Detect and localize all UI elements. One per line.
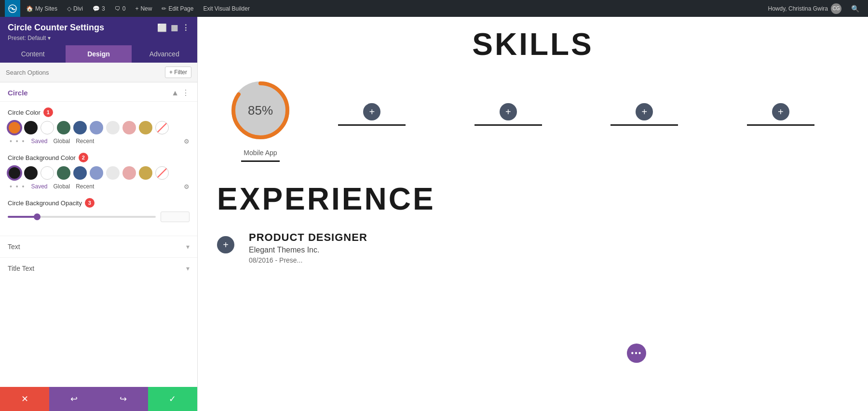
add-col-3: +	[576, 77, 713, 126]
bg-global-tag[interactable]: Global	[54, 183, 70, 190]
swatch-orange[interactable]	[8, 121, 21, 134]
saved-tag[interactable]: Saved	[31, 138, 47, 145]
text-section-collapsed[interactable]: Text ▾	[0, 236, 197, 257]
sidebar-toolbar: ✕ ↩ ↪ ✓	[0, 387, 197, 411]
swatch-dark-blue[interactable]	[73, 121, 87, 134]
bg-recent-tag[interactable]: Recent	[76, 183, 94, 190]
add-button-3[interactable]: +	[636, 103, 653, 120]
collapse-icon[interactable]: ▲	[171, 89, 179, 97]
text-section-label: Text	[8, 243, 20, 251]
circle-svg-wrap: 85%	[227, 77, 294, 144]
add-button-1[interactable]: +	[363, 103, 380, 120]
settings-sidebar: Circle Counter Settings ⬜ ▦ ⋮ Preset: De…	[0, 17, 198, 411]
tab-content[interactable]: Content	[0, 45, 66, 63]
experience-date: 08/2016 - Prese...	[249, 256, 849, 264]
add-button-2[interactable]: +	[500, 103, 517, 120]
opacity-slider-fill	[8, 216, 37, 218]
cancel-button[interactable]: ✕	[0, 387, 49, 411]
new-menu[interactable]: + New	[131, 0, 156, 17]
circle-color-swatches	[8, 121, 190, 134]
circle-bg-color-label: Circle Background Color 2	[8, 153, 190, 162]
undo-icon: ↩	[70, 394, 78, 404]
section-controls: ▲ ⋮	[171, 88, 190, 97]
circle-percent: 85%	[248, 103, 273, 118]
sidebar-title-icons: ⬜ ▦ ⋮	[157, 23, 190, 32]
tab-advanced[interactable]: Advanced	[132, 45, 197, 63]
more-colors-icon[interactable]: • • •	[10, 137, 25, 145]
experience-row: + PRODUCT DESIGNER Elegant Themes Inc. 0…	[217, 231, 849, 264]
comments-menu[interactable]: 💬 3	[89, 0, 109, 17]
skills-row: 85% Mobile App + + +	[217, 77, 849, 162]
circle-label: Mobile App	[244, 149, 277, 157]
bg-swatch-black[interactable]	[8, 166, 21, 180]
floating-more-button[interactable]: •••	[627, 344, 646, 363]
grid-icon[interactable]: ▦	[171, 23, 178, 32]
recent-tag[interactable]: Recent	[76, 138, 94, 145]
swatch-light-pink[interactable]	[122, 121, 136, 134]
title-text-section-collapsed[interactable]: Title Text ▾	[0, 257, 197, 279]
circle-bg-color-swatches	[8, 166, 190, 180]
search-input[interactable]	[6, 69, 165, 76]
opacity-value-input[interactable]: 0.2	[161, 212, 190, 222]
exit-builder-menu[interactable]: Exit Visual Builder	[199, 0, 254, 17]
bg-swatch-gold[interactable]	[139, 166, 152, 180]
more-icon[interactable]: ⋮	[182, 23, 190, 32]
circle-color-label: Circle Color 1	[8, 107, 190, 117]
circle-section-header: Circle ▲ ⋮	[0, 82, 197, 102]
bg-swatch-periwinkle[interactable]	[90, 166, 103, 180]
section-menu-icon[interactable]: ⋮	[182, 88, 190, 97]
bg-swatch-black2[interactable]	[24, 166, 38, 180]
bg-swatch-none[interactable]	[155, 166, 169, 180]
window-icon[interactable]: ⬜	[157, 23, 167, 32]
divi-menu[interactable]: ◇ Divi	[63, 0, 87, 17]
circle-underline	[241, 160, 280, 162]
bg-swatch-dark-green[interactable]	[57, 166, 70, 180]
svg-point-1	[12, 8, 14, 10]
swatch-white[interactable]	[41, 121, 54, 134]
swatch-gold[interactable]	[139, 121, 152, 134]
user-menu[interactable]: Howdy, Christina Gwira CG	[764, 3, 845, 14]
my-sites-menu[interactable]: 🏠 My Sites	[22, 0, 61, 17]
swatch-periwinkle[interactable]	[90, 121, 103, 134]
circle-counter: 85% Mobile App	[217, 77, 304, 162]
company-name: Elegant Themes Inc.	[249, 246, 849, 254]
bg-settings-gear-icon[interactable]: ⚙	[184, 183, 190, 190]
undo-button[interactable]: ↩	[49, 387, 98, 411]
swatch-light-gray[interactable]	[106, 121, 120, 134]
tab-design[interactable]: Design	[66, 45, 131, 63]
comment-count-menu[interactable]: 🗨 0	[111, 0, 130, 17]
swatch-dark-green[interactable]	[57, 121, 70, 134]
my-sites-label: My Sites	[35, 5, 57, 12]
circle-bg-color-badge: 2	[79, 153, 88, 162]
opacity-slider-container: 0.2	[8, 212, 190, 222]
swatch-none[interactable]	[155, 121, 169, 134]
wp-logo-icon[interactable]	[5, 0, 20, 17]
preset-selector[interactable]: Preset: Default ▾	[8, 35, 190, 41]
edit-page-menu[interactable]: ✏ Edit Page	[158, 0, 197, 17]
comment-icon: 💬	[93, 5, 100, 12]
save-button[interactable]: ✓	[148, 387, 197, 411]
bg-swatch-white[interactable]	[41, 166, 54, 180]
add-col-1: +	[304, 77, 440, 126]
experience-add-button[interactable]: +	[217, 236, 234, 253]
bg-swatch-light-pink[interactable]	[122, 166, 136, 180]
add-divider-1	[338, 124, 406, 126]
opacity-slider-thumb[interactable]	[34, 213, 41, 220]
settings-gear-icon[interactable]: ⚙	[184, 138, 190, 145]
cancel-icon: ✕	[21, 394, 28, 404]
sidebar-tabs: Content Design Advanced	[0, 45, 197, 63]
bg-swatch-light-gray[interactable]	[106, 166, 120, 180]
bg-saved-tag[interactable]: Saved	[31, 183, 47, 190]
add-button-4[interactable]: +	[772, 103, 789, 120]
title-text-section-chevron-icon: ▾	[186, 265, 190, 272]
circle-color-meta: • • • Saved Global Recent ⚙	[8, 137, 190, 145]
bg-more-colors-icon[interactable]: • • •	[10, 183, 25, 190]
redo-button[interactable]: ↪	[99, 387, 148, 411]
sidebar-header: Circle Counter Settings ⬜ ▦ ⋮ Preset: De…	[0, 17, 197, 45]
global-tag[interactable]: Global	[54, 138, 70, 145]
bg-swatch-dark-blue[interactable]	[73, 166, 87, 180]
swatch-black[interactable]	[24, 121, 38, 134]
search-icon[interactable]: 🔍	[847, 0, 863, 17]
filter-button[interactable]: + Filter	[165, 66, 191, 78]
main-layout: Circle Counter Settings ⬜ ▦ ⋮ Preset: De…	[0, 17, 868, 411]
